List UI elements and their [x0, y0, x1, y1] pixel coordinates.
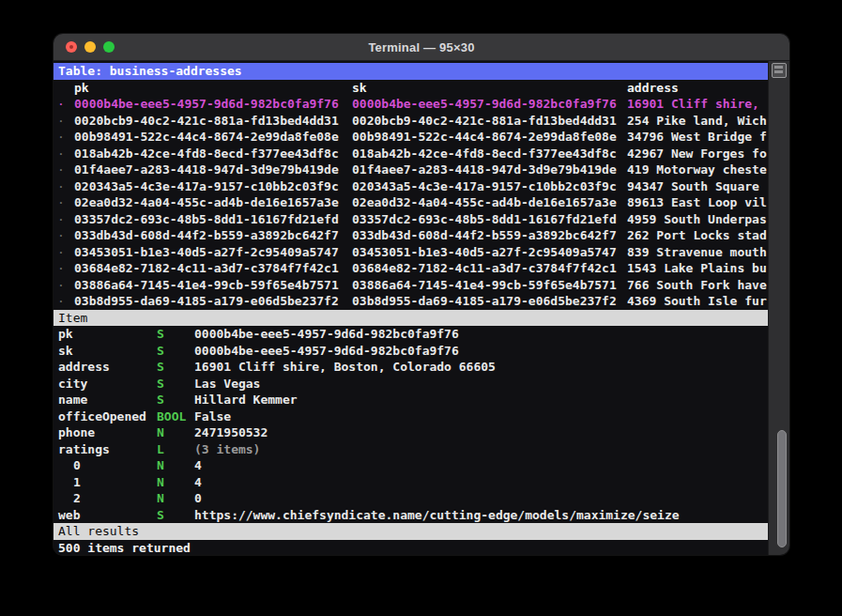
cell-pk: 03b8d955-da69-4185-a179-e06d5be237f2 [74, 293, 339, 310]
cell-pk: 033db43d-608d-44f2-b559-a3892bc642f7 [74, 227, 339, 244]
table-row[interactable]: · 03357dc2-693c-48b5-8dd1-16167fd21efd 0… [54, 211, 768, 228]
column-header-pk: pk [74, 80, 89, 97]
desktop-background: Terminal — 95×30 Table: business-address… [0, 0, 842, 616]
cell-pk: 020343a5-4c3e-417a-9157-c10bb2c03f9c [74, 178, 339, 195]
attribute-value: 2471950532 [194, 424, 268, 441]
table-row[interactable]: · 02ea0d32-4a04-455c-ad4b-de16e1657a3e 0… [54, 194, 768, 211]
attribute-value: 0000b4be-eee5-4957-9d6d-982bc0fa9f76 [194, 343, 459, 360]
attribute-name: ratings [58, 441, 110, 458]
cell-address: 1543 Lake Plains bu [627, 260, 768, 277]
cell-sk: 020343a5-4c3e-417a-9157-c10bb2c03f9c [352, 178, 617, 195]
cell-sk: 02ea0d32-4a04-455c-ad4b-de16e1657a3e [352, 194, 617, 211]
scrollbar-thumb[interactable] [777, 430, 787, 547]
table-row[interactable]: · 020343a5-4c3e-417a-9157-c10bb2c03f9c 0… [54, 178, 768, 195]
attribute-value: 4 [194, 474, 202, 491]
status-row: 500 items returned [54, 540, 768, 556]
cell-pk: 018ab42b-42ce-4fd8-8ecd-f377ee43df8c [74, 146, 339, 162]
cell-pk: 00b98491-522c-44c4-8674-2e99da8fe08e [74, 129, 339, 146]
item-attribute-row: web S https://www.chiefsyndicate.name/cu… [54, 507, 768, 524]
table-title: Table: business-addresses [58, 63, 242, 80]
item-attribute-row: city S Las Vegas [54, 376, 768, 393]
cell-sk: 03684e82-7182-4c11-a3d7-c3784f7f42c1 [352, 260, 617, 277]
cell-pk: 03357dc2-693c-48b5-8dd1-16167fd21efd [74, 211, 339, 228]
cell-sk: 01f4aee7-a283-4418-947d-3d9e79b419de [352, 162, 617, 178]
attribute-value: (3 items) [194, 441, 260, 458]
attribute-value: 0000b4be-eee5-4957-9d6d-982bc0fa9f76 [194, 326, 459, 343]
attribute-value: Hillard Kemmer [194, 392, 298, 408]
attribute-name: sk [58, 343, 73, 360]
results-label: All results [58, 523, 139, 540]
attribute-name: name [58, 392, 87, 408]
cell-address: 254 Pike land, Wich [627, 113, 768, 130]
cell-sk: 03886a64-7145-41e4-99cb-59f65e4b7571 [352, 277, 617, 294]
attribute-type: BOOL [157, 408, 186, 425]
cell-pk: 0000b4be-eee5-4957-9d6d-982bc0fa9f76 [74, 96, 339, 113]
attribute-value: False [194, 408, 231, 425]
table-row[interactable]: · 0020bcb9-40c2-421c-881a-fd13bed4dd31 0… [54, 113, 768, 130]
cell-pk: 03453051-b1e3-40d5-a27f-2c95409a5747 [74, 244, 339, 261]
row-bullet-icon: · [57, 146, 65, 162]
attribute-name: phone [58, 424, 95, 441]
row-bullet-icon: · [57, 178, 65, 195]
traffic-lights [66, 34, 115, 60]
cell-pk: 01f4aee7-a283-4418-947d-3d9e79b419de [74, 162, 339, 178]
attribute-name: 1 [73, 474, 81, 491]
terminal-screen: Table: business-addresses pk sk address … [54, 61, 768, 555]
item-attribute-row: pk S 0000b4be-eee5-4957-9d6d-982bc0fa9f7… [54, 326, 768, 343]
minimize-button[interactable] [84, 41, 96, 53]
table-row[interactable]: · 01f4aee7-a283-4418-947d-3d9e79b419de 0… [54, 162, 768, 178]
row-bullet-icon: · [57, 227, 65, 244]
table-row[interactable]: · 03b8d955-da69-4185-a179-e06d5be237f2 0… [54, 293, 768, 310]
item-attribute-row: officeOpened BOOL False [54, 408, 768, 425]
titlebar[interactable]: Terminal — 95×30 [54, 34, 789, 61]
item-attribute-row: 2 N 0 [54, 490, 768, 507]
scrollbar-track[interactable] [768, 61, 789, 555]
close-button[interactable] [66, 41, 77, 53]
cell-address: 94347 South Square [627, 178, 768, 195]
results-bar: All results [54, 523, 768, 540]
status-text: 500 items returned [58, 540, 191, 556]
item-attribute-row: 1 N 4 [54, 474, 768, 491]
table-row[interactable]: · 00b98491-522c-44c4-8674-2e99da8fe08e 0… [54, 129, 768, 146]
cell-pk: 03886a64-7145-41e4-99cb-59f65e4b7571 [74, 277, 339, 294]
terminal-window: Terminal — 95×30 Table: business-address… [54, 34, 789, 555]
zoom-button[interactable] [103, 41, 115, 53]
cell-sk: 03453051-b1e3-40d5-a27f-2c95409a5747 [352, 244, 617, 261]
row-bullet-icon: · [57, 260, 65, 277]
cell-address: 16901 Cliff shire, [627, 96, 768, 113]
table-body: · 0000b4be-eee5-4957-9d6d-982bc0fa9f76 0… [54, 96, 768, 310]
cell-sk: 0020bcb9-40c2-421c-881a-fd13bed4dd31 [352, 113, 617, 130]
attribute-type: S [157, 376, 164, 393]
attribute-type: L [157, 441, 164, 458]
table-row[interactable]: · 033db43d-608d-44f2-b559-a3892bc642f7 0… [54, 227, 768, 244]
table-row[interactable]: · 03453051-b1e3-40d5-a27f-2c95409a5747 0… [54, 244, 768, 261]
item-attribute-row: ratings L (3 items) [54, 441, 768, 458]
item-header-label: Item [58, 310, 87, 327]
table-row[interactable]: · 03684e82-7182-4c11-a3d7-c3784f7f42c1 0… [54, 260, 768, 277]
attribute-type: S [157, 359, 164, 376]
split-pane-button[interactable] [772, 63, 787, 78]
cell-address: 34796 West Bridge f [627, 129, 768, 146]
table-row[interactable]: · 0000b4be-eee5-4957-9d6d-982bc0fa9f76 0… [54, 96, 768, 113]
attribute-type: S [157, 343, 164, 360]
cell-pk: 02ea0d32-4a04-455c-ad4b-de16e1657a3e [74, 194, 339, 211]
cell-address: 42967 New Forges fo [627, 146, 768, 162]
row-bullet-icon: · [57, 244, 65, 261]
cell-sk: 03357dc2-693c-48b5-8dd1-16167fd21efd [352, 211, 617, 228]
item-detail-pane: pk S 0000b4be-eee5-4957-9d6d-982bc0fa9f7… [54, 326, 768, 523]
terminal-content-area: Table: business-addresses pk sk address … [54, 61, 789, 555]
cell-sk: 033db43d-608d-44f2-b559-a3892bc642f7 [352, 227, 617, 244]
item-attribute-row: sk S 0000b4be-eee5-4957-9d6d-982bc0fa9f7… [54, 343, 768, 360]
cell-address: 4369 South Isle fur [627, 293, 768, 310]
column-header-sk: sk [352, 80, 367, 97]
attribute-type: N [157, 474, 164, 491]
row-bullet-icon: · [57, 96, 65, 113]
attribute-type: S [157, 392, 164, 408]
cell-address: 766 South Fork have [627, 277, 768, 294]
item-attribute-row: phone N 2471950532 [54, 424, 768, 441]
attribute-name: web [58, 507, 80, 524]
table-row[interactable]: · 018ab42b-42ce-4fd8-8ecd-f377ee43df8c 0… [54, 146, 768, 162]
row-bullet-icon: · [57, 113, 65, 130]
attribute-type: N [157, 424, 164, 441]
table-row[interactable]: · 03886a64-7145-41e4-99cb-59f65e4b7571 0… [54, 277, 768, 294]
